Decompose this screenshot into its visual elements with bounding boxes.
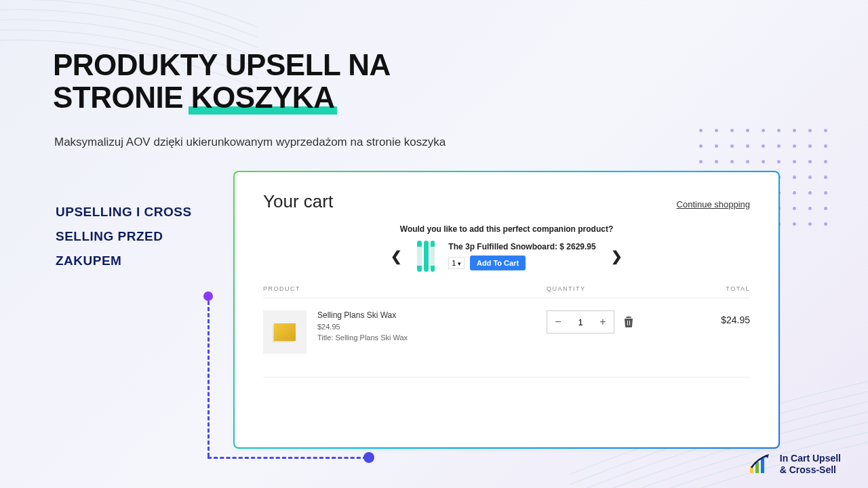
hero-title-line2-prefix: STRONIE bbox=[53, 81, 191, 114]
qty-value: 1 bbox=[569, 317, 592, 327]
cart-table-header: PRODUCT QUANTITY TOTAL bbox=[263, 285, 750, 298]
trash-icon bbox=[624, 317, 633, 327]
product-price: $24.95 bbox=[317, 323, 547, 331]
upsell-product-thumb bbox=[417, 241, 435, 272]
hero-subtitle: Maksymalizuj AOV dzięki ukierunkowanym w… bbox=[54, 136, 446, 149]
continue-shopping-link[interactable]: Continue shopping bbox=[677, 199, 750, 209]
brand-text: In Cart Upsell & Cross-Sell bbox=[780, 453, 841, 476]
svg-rect-1 bbox=[755, 462, 759, 473]
col-header-product: PRODUCT bbox=[263, 285, 547, 292]
upsell-qty-select[interactable]: 1 bbox=[448, 257, 465, 269]
upsell-product-name: The 3p Fulfilled Snowboard: $ 2629.95 bbox=[448, 242, 595, 251]
side-label-line2: SELLING PRZED bbox=[56, 224, 192, 249]
cart-title: Your cart bbox=[263, 191, 333, 212]
product-thumb bbox=[263, 310, 307, 354]
side-label-line1: UPSELLING I CROSS bbox=[56, 200, 192, 224]
quantity-stepper: − 1 + bbox=[547, 310, 614, 333]
side-label-line3: ZAKUPEM bbox=[56, 249, 192, 273]
svg-rect-2 bbox=[761, 458, 764, 473]
col-header-quantity: QUANTITY bbox=[547, 285, 682, 292]
hero-title: PRODUKTY UPSELL NA STRONIE KOSZYKA bbox=[53, 49, 391, 113]
carousel-prev-icon[interactable]: ❮ bbox=[391, 248, 402, 264]
upsell-prompt: Would you like to add this perfect compa… bbox=[263, 224, 750, 234]
qty-decrease-button[interactable]: − bbox=[547, 311, 569, 333]
add-to-cart-button[interactable]: Add To Cart bbox=[470, 256, 526, 270]
hero-title-line1: PRODUKTY UPSELL NA bbox=[53, 48, 391, 81]
upsell-block: Would you like to add this perfect compa… bbox=[263, 224, 750, 272]
side-label: UPSELLING I CROSS SELLING PRZED ZAKUPEM bbox=[56, 200, 192, 273]
carousel-next-icon[interactable]: ❯ bbox=[611, 248, 623, 264]
line-total: $24.95 bbox=[682, 310, 750, 325]
cart-item-row: Selling Plans Ski Wax $24.95 Title: Sell… bbox=[263, 298, 750, 366]
wax-block-icon bbox=[274, 323, 296, 341]
qty-increase-button[interactable]: + bbox=[592, 311, 614, 333]
brand-logo-icon bbox=[749, 454, 773, 474]
product-name: Selling Plans Ski Wax bbox=[317, 310, 547, 320]
cart-window: Your cart Continue shopping Would you li… bbox=[233, 171, 780, 449]
product-variant: Title: Selling Plans Ski Wax bbox=[317, 333, 547, 342]
brand-line1: In Cart Upsell bbox=[780, 453, 841, 464]
col-header-total: TOTAL bbox=[682, 285, 750, 292]
row-divider bbox=[263, 377, 750, 378]
remove-item-button[interactable] bbox=[624, 317, 633, 327]
brand-line2: & Cross-Sell bbox=[780, 464, 841, 476]
hero-title-highlight: KOSZYKA bbox=[191, 81, 335, 114]
brand-logo: In Cart Upsell & Cross-Sell bbox=[749, 453, 841, 476]
